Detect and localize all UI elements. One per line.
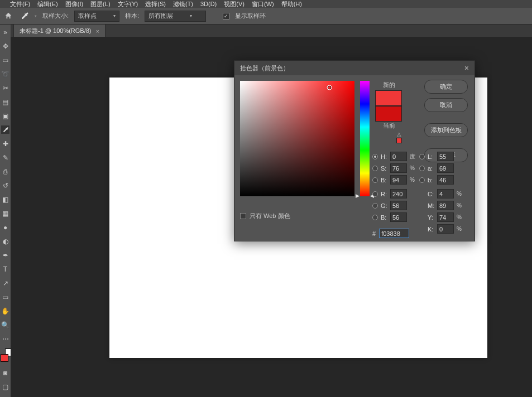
menu-select[interactable]: 选择(S) bbox=[145, 0, 166, 8]
tool-stamp[interactable]: ⎙ bbox=[1, 167, 9, 176]
tool-pen[interactable]: ✒ bbox=[1, 251, 9, 259]
input-l[interactable] bbox=[437, 152, 454, 161]
saturation-value-field[interactable] bbox=[240, 81, 354, 196]
document-tab-bar: 未标题-1 @ 100%(RGB/8) × bbox=[0, 25, 532, 37]
tool-crop[interactable]: ▤ bbox=[1, 98, 9, 106]
tool-screenmode[interactable]: ▢ bbox=[1, 383, 9, 391]
gamut-warning-icon[interactable]: ◬ bbox=[396, 131, 402, 137]
hue-slider[interactable]: ▶ ◀ bbox=[360, 81, 370, 196]
menu-filter[interactable]: 滤镜(T) bbox=[173, 0, 193, 8]
input-bv[interactable] bbox=[390, 175, 407, 185]
new-color-swatch bbox=[375, 90, 402, 106]
foreground-color-swatch[interactable] bbox=[1, 354, 8, 362]
tool-gradient[interactable]: ▦ bbox=[1, 209, 9, 217]
input-m[interactable] bbox=[437, 201, 454, 210]
input-hex[interactable] bbox=[379, 229, 409, 238]
radio-r[interactable] bbox=[372, 191, 378, 197]
tools-panel: » ✥ ▭ ➰ ✂ ▤ ▣ ✚ ✎ ⎙ ↺ ◧ ▦ ● ◐ ✒ T ↗ ▭ ✋ … bbox=[0, 25, 11, 397]
menu-edit[interactable]: 编辑(E) bbox=[37, 0, 58, 8]
menu-file[interactable]: 文件(F) bbox=[10, 0, 30, 8]
label-l: L: bbox=[428, 153, 435, 160]
cancel-button[interactable]: 取消 bbox=[424, 98, 468, 112]
input-r[interactable] bbox=[390, 189, 407, 198]
radio-bb[interactable] bbox=[372, 215, 378, 220]
tool-eyedropper[interactable] bbox=[1, 125, 9, 134]
input-s[interactable] bbox=[390, 163, 407, 173]
tool-brush[interactable]: ✎ bbox=[1, 153, 9, 162]
tool-expand-icon[interactable]: » bbox=[1, 28, 9, 36]
gamut-swatch[interactable] bbox=[396, 138, 402, 143]
radio-s[interactable] bbox=[372, 166, 378, 171]
input-a[interactable] bbox=[437, 163, 454, 173]
unit-pct-k: % bbox=[457, 226, 464, 232]
tool-path[interactable]: ↗ bbox=[1, 279, 9, 287]
web-colors-row: 只有 Web 颜色 bbox=[240, 212, 290, 220]
eyedropper-icon[interactable] bbox=[19, 11, 30, 22]
input-y[interactable] bbox=[437, 212, 454, 222]
menu-type[interactable]: 文字(Y) bbox=[118, 0, 138, 8]
current-color-swatch[interactable] bbox=[375, 106, 402, 122]
tool-healing[interactable]: ✚ bbox=[1, 139, 9, 148]
menu-help[interactable]: 帮助(H) bbox=[281, 0, 302, 8]
sv-cursor-icon bbox=[327, 85, 332, 90]
unit-pct-y: % bbox=[457, 214, 464, 220]
close-icon[interactable]: × bbox=[464, 64, 469, 72]
tool-shape[interactable]: ▭ bbox=[1, 293, 9, 301]
dialog-titlebar[interactable]: 拾色器（前景色） × bbox=[234, 61, 475, 75]
label-h: H: bbox=[381, 153, 389, 160]
tool-more[interactable]: ⋯ bbox=[1, 335, 9, 343]
close-tab-icon[interactable]: × bbox=[96, 28, 99, 35]
tool-lasso[interactable]: ➰ bbox=[1, 70, 9, 78]
radio-g[interactable] bbox=[372, 203, 378, 209]
radio-bv[interactable] bbox=[372, 177, 378, 183]
tool-frame[interactable]: ▣ bbox=[1, 112, 9, 120]
color-values-grid: H: 度 L: S: % a: B: % b: bbox=[372, 152, 464, 234]
web-colors-checkbox[interactable] bbox=[240, 213, 246, 219]
input-g[interactable] bbox=[390, 201, 407, 210]
sample-size-select[interactable]: 取样点 bbox=[74, 11, 119, 22]
label-bb: B: bbox=[381, 214, 389, 221]
tool-flyout-icon: ▾ bbox=[35, 14, 37, 18]
add-swatch-button[interactable]: 添加到色板 bbox=[424, 123, 468, 137]
input-h[interactable] bbox=[390, 152, 407, 161]
sample-select[interactable]: 所有图层 bbox=[145, 11, 206, 22]
label-m: M: bbox=[428, 202, 435, 209]
label-y: Y: bbox=[428, 214, 435, 221]
label-g: G: bbox=[381, 202, 389, 209]
radio-l[interactable] bbox=[419, 154, 425, 159]
document-tab[interactable]: 未标题-1 @ 100%(RGB/8) × bbox=[13, 24, 106, 37]
menu-3d[interactable]: 3D(D) bbox=[200, 1, 217, 7]
label-c: C: bbox=[428, 191, 435, 197]
menu-view[interactable]: 视图(V) bbox=[224, 0, 245, 8]
input-k[interactable] bbox=[437, 224, 454, 234]
tool-dodge[interactable]: ◐ bbox=[1, 237, 9, 245]
ok-button[interactable]: 确定 bbox=[424, 80, 468, 94]
tool-eraser[interactable]: ◧ bbox=[1, 195, 9, 204]
tool-marquee[interactable]: ▭ bbox=[1, 56, 9, 64]
input-c[interactable] bbox=[437, 189, 454, 198]
label-k: K: bbox=[428, 226, 435, 233]
radio-h[interactable] bbox=[372, 154, 378, 159]
menu-window[interactable]: 窗口(W) bbox=[252, 0, 274, 8]
home-icon[interactable] bbox=[4, 12, 13, 21]
tool-quick-select[interactable]: ✂ bbox=[1, 84, 9, 92]
sample-label: 样本: bbox=[125, 12, 139, 20]
menu-image[interactable]: 图像(I) bbox=[65, 0, 83, 8]
tool-move[interactable]: ✥ bbox=[1, 42, 9, 50]
hex-row: # bbox=[372, 229, 409, 238]
tool-quickmask[interactable]: ◙ bbox=[1, 369, 9, 377]
tool-blur[interactable]: ● bbox=[1, 223, 9, 231]
radio-b[interactable] bbox=[419, 177, 425, 183]
tool-type[interactable]: T bbox=[1, 265, 9, 273]
tool-history-brush[interactable]: ↺ bbox=[1, 181, 9, 190]
input-bb[interactable] bbox=[390, 212, 407, 222]
label-hash: # bbox=[372, 230, 376, 237]
sample-size-label: 取样大小: bbox=[42, 12, 69, 20]
radio-a[interactable] bbox=[419, 166, 425, 171]
tool-hand[interactable]: ✋ bbox=[1, 307, 9, 315]
menu-layer[interactable]: 图层(L) bbox=[90, 0, 110, 8]
dialog-buttons: 确定 取消 添加到色板 颜色库 bbox=[424, 80, 468, 162]
show-ring-checkbox[interactable]: ✓ bbox=[223, 13, 229, 20]
tool-zoom[interactable]: 🔍 bbox=[1, 321, 9, 329]
input-b[interactable] bbox=[437, 175, 454, 185]
